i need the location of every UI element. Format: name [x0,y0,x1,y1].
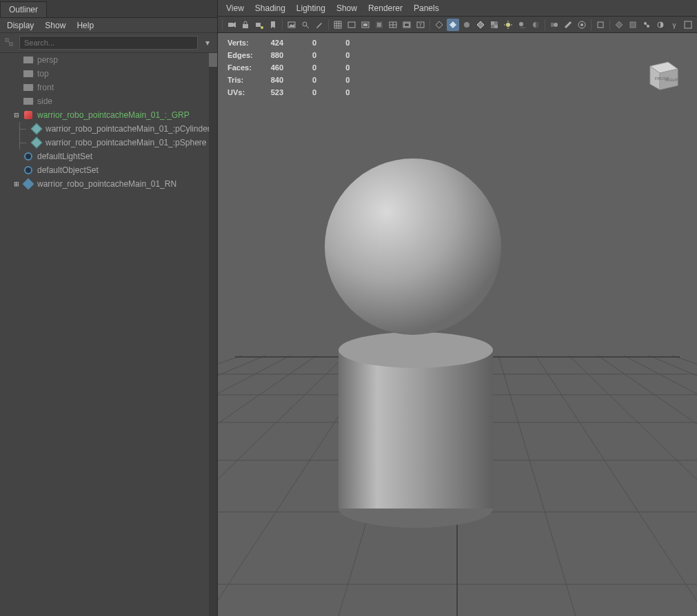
expand-icon[interactable]: ⊞ [12,181,21,187]
hud-row: Tris:84000 [228,74,377,85]
viewcube[interactable]: FRONT RIGHT [642,54,683,95]
svg-rect-14 [363,23,367,26]
search-input[interactable] [19,36,198,50]
view-transform-icon[interactable] [682,19,694,31]
outliner-panel: Outliner Display Show Help ▾ persp top f… [0,0,218,616]
svg-marker-9 [289,23,294,27]
tree-label: side [37,96,52,106]
svg-rect-21 [405,23,410,26]
bookmark-icon[interactable] [267,19,279,31]
tree-item-lightset[interactable]: defaultLightSet [0,150,217,163]
xray-joints-icon[interactable] [640,19,653,31]
set-icon [22,151,34,162]
group-icon [22,110,34,121]
svg-rect-3 [228,23,233,27]
select-camera-icon[interactable] [225,19,238,31]
svg-point-77 [325,158,501,335]
film-gate-icon[interactable] [345,19,358,31]
camera-attrs-icon[interactable] [253,19,265,31]
collapse-icon[interactable]: ⊟ [12,112,21,119]
viewcube-right: RIGHT [665,78,678,82]
smooth-shade-icon[interactable] [447,19,459,31]
use-all-lights-icon[interactable] [502,19,514,31]
outliner-scrollbar[interactable] [209,53,217,616]
xray-active-icon[interactable] [627,19,639,31]
textured-icon[interactable] [488,19,501,31]
svg-point-76 [339,332,493,368]
menu-help[interactable]: Help [74,19,97,32]
camera-icon [22,68,34,79]
scrollbar-thumb[interactable] [209,53,217,67]
tree-item-persp[interactable]: persp [0,53,217,67]
toolbar-separator [545,19,545,30]
menu-show[interactable]: Show [332,2,361,14]
tree-item-group[interactable]: ⊟ warrior_robo_pointcacheMain_01_:_GRP [0,108,217,122]
safe-action-icon[interactable] [401,19,413,31]
anti-alias-icon[interactable] [562,19,574,31]
field-chart-icon[interactable] [387,19,399,31]
svg-rect-16 [377,23,381,27]
resolution-gate-icon[interactable] [359,19,372,31]
hud-row: Faces:46000 [228,62,377,73]
camera-icon [22,82,34,93]
tree-label: front [37,83,54,92]
tree-item-pcylinder[interactable]: warrior_robo_pointcacheMain_01_:pCylinde… [0,122,217,136]
lock-camera-icon[interactable] [239,19,252,31]
motion-blur-icon[interactable] [548,19,560,31]
toolbar-separator [222,19,223,30]
tree-item-reference[interactable]: ⊞ warrior_robo_pointcacheMain_01_RN [0,177,217,191]
tree-item-top[interactable]: top [0,67,217,81]
grease-pencil-icon[interactable] [313,19,325,31]
image-plane-icon[interactable] [285,19,298,31]
tree-label: warrior_robo_pointcacheMain_01_:pSphere [46,138,206,147]
dof-icon[interactable] [576,19,588,31]
menu-panels[interactable]: Panels [410,2,443,14]
xray-icon[interactable] [613,19,625,31]
search-mode-icon[interactable] [4,37,15,48]
wireframe-icon[interactable] [433,19,445,31]
toolbar-separator [609,19,610,30]
hud-stats: Verts:42400 Edges:88000 Faces:46000 Tris… [226,36,378,99]
shadows-icon[interactable] [516,19,528,31]
toolbar-separator [430,19,430,30]
menu-show[interactable]: Show [42,19,68,32]
use-default-material-icon[interactable] [461,19,473,31]
menu-lighting[interactable]: Lighting [292,2,330,14]
ao-icon[interactable] [529,19,542,31]
wire-on-shaded-icon[interactable] [474,19,487,31]
2d-zoom-icon[interactable] [299,19,312,31]
tree-item-objectset[interactable]: defaultObjectSet [0,163,217,177]
safe-title-icon[interactable]: T [414,19,427,31]
svg-line-11 [306,25,309,28]
svg-point-34 [520,26,525,28]
toolbar-separator [591,19,592,30]
viewport-3d[interactable]: Verts:42400 Edges:88000 Faces:46000 Tris… [218,33,697,616]
tree-label: warrior_robo_pointcacheMain_01_RN [37,179,176,189]
svg-text:T: T [419,23,423,28]
viewport-panel: View Shading Lighting Show Renderer Pane… [218,0,697,616]
svg-point-7 [261,26,263,29]
exposure-icon[interactable] [654,19,667,31]
tree-item-side[interactable]: side [0,94,217,108]
tree-item-psphere[interactable]: warrior_robo_pointcacheMain_01_:pSphere [0,136,217,150]
menu-view[interactable]: View [222,2,248,14]
tree-label: top [37,69,49,79]
scene-render [218,33,697,616]
outliner-tree[interactable]: persp top front side ⊟ warrior_robo_poin… [0,53,217,616]
tree-item-front[interactable]: front [0,81,217,94]
grid-icon[interactable] [332,19,344,31]
tree-label: warrior_robo_pointcacheMain_01_:_GRP [37,110,190,120]
gate-mask-icon[interactable] [373,19,385,31]
mesh-icon [30,123,43,134]
menu-renderer[interactable]: Renderer [364,2,407,14]
svg-rect-49 [685,21,691,28]
svg-point-41 [580,23,583,26]
reference-icon [22,178,34,189]
isolate-select-icon[interactable] [594,19,607,31]
gamma-icon[interactable]: γ [668,19,680,31]
search-dropdown[interactable]: ▾ [202,36,213,50]
outliner-tab[interactable]: Outliner [0,1,47,17]
svg-line-46 [645,23,648,26]
menu-display[interactable]: Display [4,19,37,32]
menu-shading[interactable]: Shading [251,2,290,14]
